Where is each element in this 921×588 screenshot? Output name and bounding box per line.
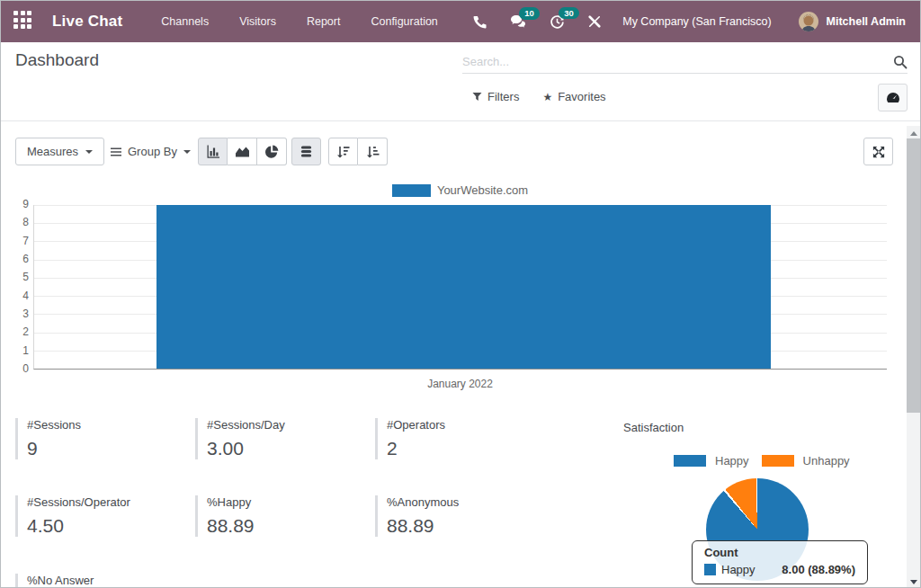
panel-divider [1,120,920,121]
activity-badge: 30 [559,7,579,20]
tooltip-value: 8.00 (88.89%) [782,563,855,576]
line-chart-view-button[interactable] [228,138,257,165]
company-switcher[interactable]: My Company (San Francisco) [622,15,771,28]
stat-label: #Sessions/Day [207,418,366,432]
tooltip-row: Happy 8.00 (88.89%) [704,563,855,576]
stat-label: %No Answer [27,574,186,587]
stat-sessions: #Sessions 9 [15,418,186,459]
search-bar [462,50,908,74]
messages-badge: 10 [519,7,540,20]
stat-operators: #Operators 2 [375,418,546,459]
vertical-scrollbar [907,126,921,588]
chart-type-group [198,138,287,165]
scroll-down-arrow-icon[interactable] [910,580,917,584]
menu-visitors[interactable]: Visitors [228,10,288,33]
top-menu: Channels Visitors Report Configuration [149,10,449,33]
favorites-label: Favorites [558,90,605,103]
scrollbar-thumb[interactable] [907,138,921,413]
tools-icon[interactable] [588,15,601,28]
legend-swatch-happy[interactable] [674,455,706,467]
legend-label-unhappy[interactable]: Unhappy [803,454,850,468]
sort-descending-button[interactable] [328,138,358,165]
app-brand[interactable]: Live Chat [52,13,122,31]
stat-anonymous: %Anonymous 88.89 [375,495,546,537]
expand-icon[interactable] [863,138,893,165]
tooltip-swatch [704,564,716,575]
topbar-right: 10 30 My Company (San Francisco) Mitchel… [450,12,906,31]
stat-value: 9 [27,438,186,459]
y-axis: 9876543210 [1,205,29,370]
stacked-toggle-button[interactable] [291,138,321,165]
chevron-down-icon [183,150,191,154]
pie-tooltip: Count Happy 8.00 (88.89%) [692,540,868,584]
legend-swatch [392,184,431,197]
search-input[interactable] [462,55,893,68]
top-navbar: Live Chat Channels Visitors Report Confi… [1,1,920,42]
group-by-button[interactable]: Group By [111,138,191,165]
menu-report[interactable]: Report [295,10,353,33]
stat-value: 88.89 [207,515,366,537]
chevron-down-icon [85,150,93,154]
stat-label: %Anonymous [387,495,546,509]
legend-label: YourWebsite.com [437,183,528,197]
legend-swatch-unhappy[interactable] [762,455,794,467]
filter-funnel-icon [472,92,482,102]
bar[interactable] [156,205,771,369]
user-avatar[interactable] [799,12,818,31]
stat-value: 3.00 [207,438,366,459]
stat-value: 4.50 [27,515,186,537]
menu-channels[interactable]: Channels [149,10,220,33]
stat-sessions-day: #Sessions/Day 3.00 [195,418,366,459]
measures-button[interactable]: Measures [15,138,104,165]
stat-label: #Sessions [27,418,186,432]
page-title: Dashboard [15,50,99,70]
stat-value: 2 [387,438,546,459]
bar-chart-plot [33,205,887,370]
messages-icon[interactable]: 10 [510,14,526,29]
pie-legend: Happy Unhappy [674,454,854,468]
tachometer-icon [886,92,900,103]
satisfaction-title: Satisfaction [623,421,684,434]
user-menu[interactable]: Mitchell Admin [827,15,906,28]
stat-value: 88.89 [387,515,546,537]
stat-happy: %Happy 88.89 [195,495,366,537]
legend-label-happy[interactable]: Happy [715,454,749,468]
search-icon[interactable] [893,55,908,69]
dashboard-view-switcher[interactable] [878,84,908,111]
bar-chart-legend[interactable]: YourWebsite.com [33,183,887,197]
phone-icon[interactable] [473,15,487,29]
bar-chart-view-button[interactable] [198,138,228,165]
sort-ascending-button[interactable] [358,138,388,165]
menu-configuration[interactable]: Configuration [359,10,449,33]
group-by-label: Group By [128,145,177,158]
stat-label: %Happy [207,495,366,509]
x-axis-label: January 2022 [33,378,887,390]
favorites-button[interactable]: ★ Favorites [542,90,605,103]
activity-clock-icon[interactable]: 30 [550,14,565,30]
filters-button[interactable]: Filters [472,90,519,103]
filters-label: Filters [487,90,519,103]
star-icon: ★ [542,92,552,102]
filters-row: Filters ★ Favorites [472,90,606,103]
menu-bars-icon [111,147,121,156]
tooltip-header: Count [704,546,855,559]
livechat-dashboard-page: Live Chat Channels Visitors Report Confi… [0,0,921,588]
tooltip-label: Happy [721,563,756,576]
stat-label: #Operators [387,418,546,432]
stat-no-answer: %No Answer [15,574,186,588]
stat-label: #Sessions/Operator [27,495,186,509]
apps-grid-icon[interactable] [13,11,35,32]
scroll-up-arrow-icon[interactable] [910,131,917,136]
sort-group [328,138,388,165]
pie-chart-view-button[interactable] [257,138,287,165]
stat-sessions-operator: #Sessions/Operator 4.50 [15,495,186,537]
measures-label: Measures [27,145,78,158]
